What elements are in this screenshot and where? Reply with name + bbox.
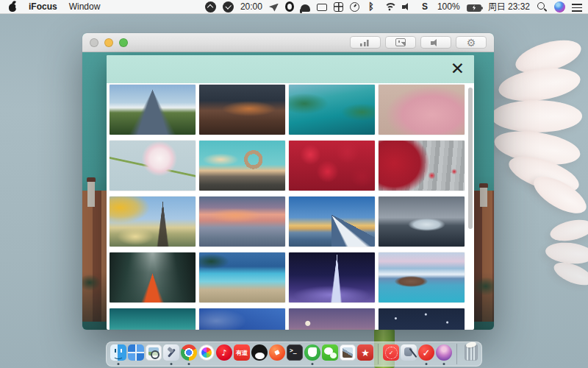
notification-list-icon[interactable] — [572, 4, 582, 12]
dock-terminal[interactable]: >_ — [287, 343, 303, 364]
dock-finder[interactable] — [110, 343, 126, 364]
scrollbar-thumb[interactable] — [468, 88, 473, 229]
screenshot-icon — [146, 344, 162, 361]
timer-check-icon[interactable] — [223, 1, 234, 13]
photo-pink-petal-drops[interactable] — [379, 85, 465, 135]
zoom-button[interactable] — [119, 38, 128, 47]
photo-bike-sculpture[interactable] — [199, 141, 285, 191]
running-indicator — [312, 363, 314, 365]
running-indicator — [171, 363, 173, 365]
bluetooth-icon[interactable] — [366, 1, 377, 13]
battery-percent[interactable]: 100% — [437, 1, 460, 12]
automator-icon — [401, 344, 417, 361]
display-rect-icon[interactable] — [317, 4, 327, 11]
traffic-lights — [90, 38, 128, 47]
photo-sunset-beach[interactable] — [199, 197, 285, 247]
dock-color-picker[interactable] — [198, 343, 215, 364]
qq-icon — [251, 344, 268, 361]
dock-preview[interactable] — [340, 343, 356, 364]
wechat-icon — [322, 344, 338, 361]
photo-moon-teal-sky[interactable] — [110, 308, 196, 330]
dock-todo-check[interactable]: ✓ — [418, 343, 434, 364]
terminal-glyph: >_ — [287, 345, 302, 360]
dock: ♪有道>_★✓✓ — [106, 342, 482, 367]
dock-qq[interactable] — [251, 343, 268, 364]
gauge-arrow-icon[interactable] — [205, 1, 216, 13]
wifi-icon[interactable] — [384, 2, 395, 11]
dock-trash[interactable] — [462, 343, 478, 364]
photo-eiffel-autumn[interactable] — [110, 197, 196, 247]
dock-focus-clock[interactable]: ✓ — [383, 343, 399, 364]
photo-volcano-valley[interactable] — [110, 85, 196, 135]
settings-icon: ⚙ — [467, 38, 476, 48]
menu-status: 20:00100%周日 23:32 — [205, 1, 582, 13]
dock-compass[interactable] — [269, 343, 285, 364]
settings-button[interactable]: ⚙ — [456, 36, 487, 49]
gallery-button[interactable] — [385, 36, 416, 49]
xcode-icon — [163, 344, 179, 361]
dock-automator[interactable] — [401, 343, 417, 364]
history-clock-icon[interactable] — [350, 2, 359, 12]
photo-lagoon-islands[interactable] — [289, 85, 375, 135]
close-button[interactable] — [90, 38, 98, 47]
shadowsocks-s-icon[interactable] — [420, 1, 431, 13]
minimize-button[interactable] — [104, 38, 113, 47]
photo-mount-fuji[interactable] — [289, 197, 375, 247]
blue-grid-icon — [128, 344, 144, 361]
photo-roses-hearts-wood[interactable] — [379, 141, 465, 191]
menu-datetime[interactable]: 周日 23:32 — [488, 1, 530, 13]
running-indicator — [118, 363, 120, 365]
timer-time[interactable]: 20:00 — [240, 1, 262, 12]
menu-window[interactable]: Window — [69, 1, 101, 12]
dock-wunderlist[interactable]: ★ — [357, 343, 373, 364]
siri-icon[interactable] — [554, 1, 565, 13]
dock-youdao-dict[interactable]: 有道 — [234, 343, 250, 364]
volume-icon — [431, 38, 441, 47]
volume-button[interactable] — [420, 36, 451, 49]
stats-button[interactable] — [350, 36, 381, 49]
todo-check-glyph: ✓ — [418, 344, 434, 361]
youdao-dict-icon: 有道 — [234, 344, 250, 361]
chrome-icon — [181, 344, 197, 361]
dock-blue-grid[interactable] — [128, 343, 144, 364]
dock-xcode[interactable] — [163, 343, 179, 364]
app-menu-ifocus[interactable]: iFocus — [29, 1, 57, 12]
preview-icon — [340, 344, 356, 361]
dock-netease-music[interactable]: ♪ — [216, 343, 232, 364]
close-icon[interactable]: ✕ — [451, 57, 465, 79]
dock-screenshot[interactable] — [146, 343, 162, 364]
todo-check-icon: ✓ — [418, 344, 434, 361]
photo-deep-blue-sky[interactable] — [199, 308, 285, 330]
dock-wechat[interactable] — [322, 343, 338, 364]
dock-separator — [456, 344, 457, 364]
wunderlist-icon: ★ — [357, 344, 373, 361]
spotlight-search-icon[interactable] — [537, 1, 548, 13]
photo-palm-pool[interactable] — [199, 252, 285, 302]
apple-menu-icon[interactable] — [9, 1, 17, 12]
window-titlebar[interactable]: ⚙ — [82, 33, 494, 52]
focus-clock-glyph: ✓ — [383, 344, 399, 361]
dock-purple-photos[interactable] — [436, 343, 452, 364]
ring-app-icon[interactable] — [285, 1, 294, 12]
paper-plane-icon[interactable] — [269, 4, 279, 12]
photo-dusk-ridge[interactable] — [199, 85, 285, 135]
photo-starry-mountains[interactable] — [379, 308, 465, 330]
window-grid-icon[interactable] — [334, 2, 343, 12]
elephant-evernote-icon[interactable] — [301, 4, 310, 12]
photo-burj-night[interactable] — [289, 252, 375, 302]
gallery-icon — [395, 38, 406, 46]
photo-glacier-lake[interactable] — [379, 252, 465, 302]
focus-clock-icon: ✓ — [383, 344, 399, 361]
modal-header: ✕ — [107, 55, 474, 83]
photo-iceberg[interactable] — [379, 197, 465, 247]
dock-chrome[interactable] — [181, 343, 197, 364]
photo-dusk-gradient-moon[interactable] — [289, 308, 375, 330]
battery-charging-icon[interactable] — [467, 4, 481, 12]
terminal-icon: >_ — [287, 344, 303, 361]
speaker-icon[interactable] — [402, 1, 413, 13]
dock-evernote[interactable] — [304, 343, 320, 364]
photo-white-gerbera[interactable] — [110, 141, 196, 191]
photo-red-roses[interactable] — [289, 141, 375, 191]
scrollbar-track[interactable] — [467, 85, 473, 328]
photo-kayak-fjord[interactable] — [110, 252, 196, 302]
